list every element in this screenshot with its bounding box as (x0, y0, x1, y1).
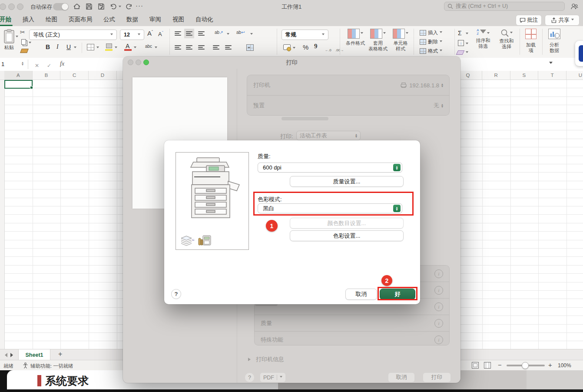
search-field[interactable]: 搜索 (Cmd + Ctrl + U) (444, 2, 565, 11)
align-top-icon[interactable] (175, 30, 181, 37)
window-close-button[interactable] (0, 3, 6, 10)
font-color-dropdown-icon[interactable] (134, 47, 136, 50)
copy-icon[interactable] (21, 39, 26, 45)
ribbon-tab[interactable]: 公式 (98, 13, 121, 26)
print-cancel-button[interactable]: 取消 (388, 372, 415, 382)
settings-help-button[interactable]: ? (171, 289, 181, 299)
autosum-button[interactable]: Σ (458, 30, 462, 37)
cut-icon[interactable]: ✂ (20, 29, 25, 36)
copy-dropdown-icon[interactable] (29, 42, 31, 45)
phonetic-button[interactable]: abc (145, 44, 152, 49)
selected-cell[interactable] (4, 80, 33, 89)
fill-handle[interactable] (30, 86, 33, 89)
autosum-dropdown-icon[interactable] (466, 33, 468, 36)
number-format-select[interactable]: 常规 (282, 30, 328, 40)
normal-view-icon[interactable] (472, 362, 479, 369)
underline-dropdown-icon[interactable] (74, 47, 76, 50)
paste-dropdown-icon[interactable] (16, 36, 18, 39)
redo-icon[interactable] (125, 3, 133, 10)
decrease-indent-icon[interactable] (213, 44, 219, 50)
info-icon[interactable] (434, 302, 443, 311)
cells-button[interactable]: 格式 (420, 48, 442, 54)
style-button[interactable]: 单元格样式 (389, 29, 412, 52)
font-size-select[interactable]: 12 (120, 30, 144, 40)
comments-button[interactable]: 批注 (516, 15, 542, 26)
ribbon-tab[interactable]: 页面布局 (63, 13, 98, 26)
style-button[interactable]: 套用表格格式 (367, 29, 389, 52)
ribbon-tab[interactable]: 数据 (121, 13, 144, 26)
percent-icon[interactable]: % (303, 43, 308, 51)
analyze-data-button[interactable]: 分析数据 (544, 29, 565, 53)
paste-label[interactable]: 粘贴 (0, 45, 18, 50)
save-icon[interactable] (85, 3, 93, 10)
align-center-icon[interactable] (186, 44, 192, 50)
info-icon[interactable] (434, 319, 443, 328)
prev-sheet-icon[interactable] (3, 353, 7, 357)
presets-select-stepper-icon[interactable] (441, 103, 443, 108)
column-header-C[interactable]: C (60, 71, 89, 80)
column-header-R[interactable]: R (482, 71, 510, 80)
print-option-row[interactable]: 特殊功能 (255, 331, 449, 348)
share-button[interactable]: 共享 (545, 15, 580, 26)
add-sheet-button[interactable]: + (58, 350, 62, 358)
ribbon-tab[interactable]: 审阅 (144, 13, 167, 26)
info-icon[interactable] (434, 336, 443, 344)
quality-select[interactable]: 600 dpi (258, 163, 402, 173)
format-painter-icon[interactable] (20, 49, 29, 53)
wrap-text-dropdown-icon[interactable] (250, 33, 253, 36)
fill-dropdown-icon[interactable] (466, 43, 468, 46)
italic-button[interactable]: I (56, 43, 59, 50)
home-icon[interactable] (73, 3, 81, 10)
sort-filter-button[interactable]: AZ 排序和筛选 (471, 29, 495, 49)
fill-down-icon[interactable]: ↓ (458, 40, 464, 46)
wrap-text-icon[interactable]: ab↩ (236, 30, 245, 35)
info-icon[interactable] (434, 269, 443, 278)
printer-info-disclosure[interactable]: 打印机信息 (248, 355, 284, 363)
color-settings-button[interactable]: 色彩设置... (290, 230, 404, 241)
font-name-select[interactable]: 等线 (正文) (29, 30, 117, 40)
borders-dropdown-icon[interactable] (96, 47, 99, 50)
ribbon-tab[interactable]: 绘图 (40, 13, 63, 26)
decrease-font-button[interactable]: Aˇ (158, 30, 163, 37)
style-button[interactable]: 条件格式 (344, 29, 367, 52)
column-header-D[interactable]: D (89, 71, 117, 80)
confirm-entry-icon[interactable] (47, 61, 51, 69)
undo-icon[interactable] (109, 3, 117, 10)
print-option-row[interactable]: 质量 (255, 315, 449, 331)
presets-row[interactable]: 预置 无 (247, 95, 449, 116)
bold-button[interactable]: B (46, 43, 50, 50)
ribbon-tab[interactable]: 开始 (0, 13, 17, 26)
zoom-out-button[interactable]: − (498, 361, 502, 369)
zoom-slider-thumb[interactable] (522, 362, 529, 369)
align-left-icon[interactable] (175, 44, 181, 50)
column-header-U[interactable]: U (566, 71, 583, 80)
comma-style-icon[interactable]: 9 (314, 43, 318, 50)
save-as-icon[interactable] (97, 3, 105, 10)
sheet-tab-active[interactable]: Sheet1 (18, 349, 50, 360)
merge-dropdown-icon[interactable] (248, 47, 250, 50)
print-target-select[interactable]: 活动工作表 (296, 131, 361, 140)
currency-dropdown-icon[interactable] (293, 47, 295, 50)
formula-bar-expand-icon[interactable] (549, 62, 553, 66)
name-box-stepper[interactable] (22, 61, 23, 66)
more-commands-button[interactable]: ··· (136, 2, 143, 9)
cancel-entry-icon[interactable] (35, 61, 39, 69)
floating-badge[interactable] (575, 41, 583, 66)
page-layout-view-icon[interactable] (484, 362, 491, 369)
insert-function-button[interactable]: fx (60, 60, 64, 67)
borders-icon[interactable] (87, 44, 94, 50)
phonetic-dropdown-icon[interactable] (155, 47, 157, 50)
info-icon[interactable] (434, 286, 443, 295)
column-header-A[interactable]: A (4, 71, 33, 80)
font-color-button[interactable]: A (126, 43, 129, 50)
increase-decimal-icon[interactable] (325, 45, 331, 53)
orientation-dropdown-icon[interactable] (227, 33, 229, 36)
window-minimize-button[interactable] (8, 3, 15, 10)
undo-dropdown-icon[interactable] (119, 6, 121, 9)
autosave-toggle[interactable] (53, 3, 69, 10)
zoom-percentage[interactable]: 100% (558, 362, 571, 369)
window-zoom-button[interactable] (17, 3, 23, 10)
pdf-menu-button[interactable]: PDF (260, 372, 286, 382)
align-middle-icon[interactable] (186, 30, 192, 37)
paste-clipboard-icon[interactable] (3, 29, 15, 44)
